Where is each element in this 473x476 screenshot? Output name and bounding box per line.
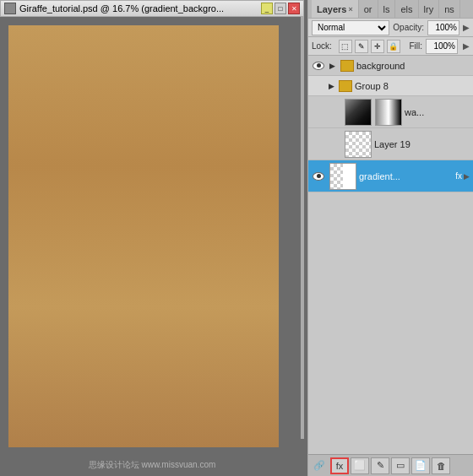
layer-visibility-background[interactable] — [310, 62, 327, 70]
lock-row: Lock: ⬚ ✎ ✛ 🔒 Fill: ▶ — [308, 37, 473, 56]
tab-els[interactable]: els — [395, 0, 418, 18]
lock-icons: ⬚ ✎ ✛ 🔒 — [339, 40, 400, 53]
layer-thumbnail-wa — [345, 99, 372, 126]
list-item[interactable]: ▶ background — [308, 56, 473, 76]
canvas-area — [0, 17, 304, 476]
minimize-button[interactable]: _ — [261, 3, 273, 14]
maximize-button[interactable]: □ — [275, 3, 286, 14]
lock-image-btn[interactable]: ✎ — [355, 40, 368, 53]
layer-name-group8: Group 8 — [355, 81, 471, 91]
tab-ns[interactable]: ns — [439, 0, 460, 18]
app-icon — [4, 3, 16, 14]
layer-visibility-gradient[interactable] — [310, 172, 327, 181]
opacity-expand-icon[interactable]: ▶ — [463, 23, 470, 32]
layers-panel: Layers × or ls els lry ns Normal Multipl… — [307, 0, 473, 476]
tab-lry[interactable]: lry — [419, 0, 440, 18]
group-icon: ▭ — [396, 460, 405, 471]
layer-thumbnail-layer19 — [345, 131, 372, 158]
layers-list: ▶ background ▶ Group 8 wa... — [308, 56, 473, 454]
layer-thumbnail-gradient — [329, 163, 356, 190]
lock-position-btn[interactable]: ✛ — [371, 40, 384, 53]
layer-name-wa: wa... — [405, 107, 471, 117]
delete-layer-button[interactable]: 🗑 — [432, 457, 450, 474]
tab-ls[interactable]: ls — [378, 0, 396, 18]
group-button[interactable]: ▭ — [391, 457, 410, 474]
link-icon[interactable]: 🔗 — [312, 460, 327, 472]
thumb-gradient — [376, 100, 401, 125]
adjustment-button[interactable]: ✎ — [371, 457, 389, 474]
lock-label: Lock: — [312, 41, 332, 51]
group-icon-group8 — [339, 80, 352, 92]
mask-icon: ⬜ — [354, 460, 366, 471]
fx-button[interactable]: fx — [330, 457, 349, 474]
layer-name-gradient: gradient... — [359, 171, 455, 181]
tab-layers[interactable]: Layers × — [312, 0, 359, 18]
collapse-arrow-background[interactable]: ▶ — [329, 62, 335, 70]
blend-mode-select[interactable]: Normal Multiply Screen — [312, 20, 389, 35]
title-bar: Giraffe_tutorial.psd @ 16.7% (gradient_b… — [0, 0, 304, 17]
fill-label: Fill: — [409, 41, 422, 51]
tab-or[interactable]: or — [359, 0, 378, 18]
list-item[interactable]: gradient... fx ▶ — [308, 160, 473, 192]
layer-name-layer19: Layer 19 — [374, 139, 471, 149]
adjustment-icon: ✎ — [377, 460, 384, 471]
blend-row: Normal Multiply Screen Opacity: ▶ — [308, 19, 473, 37]
new-layer-button[interactable]: 📄 — [411, 457, 430, 474]
expand-arrow-gradient[interactable]: ▶ — [464, 172, 470, 181]
layers-toolbar: 🔗 fx ⬜ ✎ ▭ 📄 🗑 — [308, 454, 473, 476]
opacity-input[interactable] — [427, 20, 459, 35]
eye-icon — [313, 62, 324, 70]
layer-mask-thumbnail-wa — [375, 99, 402, 126]
fill-input[interactable] — [426, 39, 458, 54]
collapse-arrow-group8[interactable]: ▶ — [329, 82, 334, 90]
window-controls: _ □ ✕ — [261, 3, 300, 14]
list-item[interactable]: wa... — [308, 96, 473, 128]
add-mask-button[interactable]: ⬜ — [351, 457, 369, 474]
canvas-scrollbar[interactable] — [301, 17, 304, 439]
fx-badge-gradient: fx — [455, 171, 462, 181]
eye-icon — [313, 172, 324, 181]
close-button[interactable]: ✕ — [288, 3, 300, 14]
group-icon-background — [340, 60, 354, 72]
list-item[interactable]: ▶ Group 8 — [308, 76, 473, 96]
canvas-document — [8, 25, 279, 447]
lock-transparent-btn[interactable]: ⬚ — [339, 40, 352, 53]
delete-icon: 🗑 — [437, 461, 446, 471]
window-title: Giraffe_tutorial.psd @ 16.7% (gradient_b… — [19, 3, 261, 14]
fx-label: fx — [336, 461, 344, 471]
thumb-dark-gradient — [345, 100, 371, 125]
fill-expand-icon[interactable]: ▶ — [463, 41, 470, 51]
new-layer-icon: 📄 — [415, 460, 427, 471]
opacity-label: Opacity: — [393, 23, 424, 32]
panel-tabs: Layers × or ls els lry ns — [308, 0, 473, 19]
lock-all-btn[interactable]: 🔒 — [387, 40, 400, 53]
list-item[interactable]: Layer 19 — [308, 128, 473, 160]
layer-name-background: background — [356, 61, 471, 71]
